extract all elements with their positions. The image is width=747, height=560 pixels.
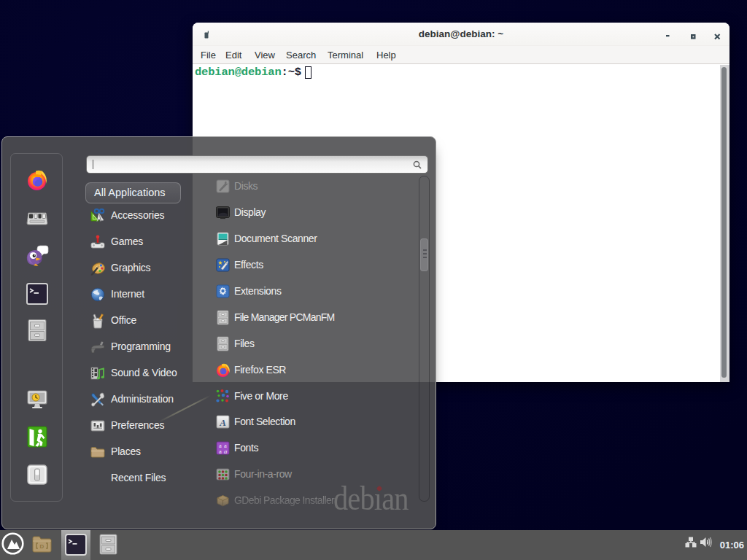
svg-text:a: a [224, 448, 227, 455]
svg-text:a: a [219, 448, 222, 455]
svg-text:A: A [219, 417, 226, 428]
svg-text:D: D [40, 543, 44, 550]
